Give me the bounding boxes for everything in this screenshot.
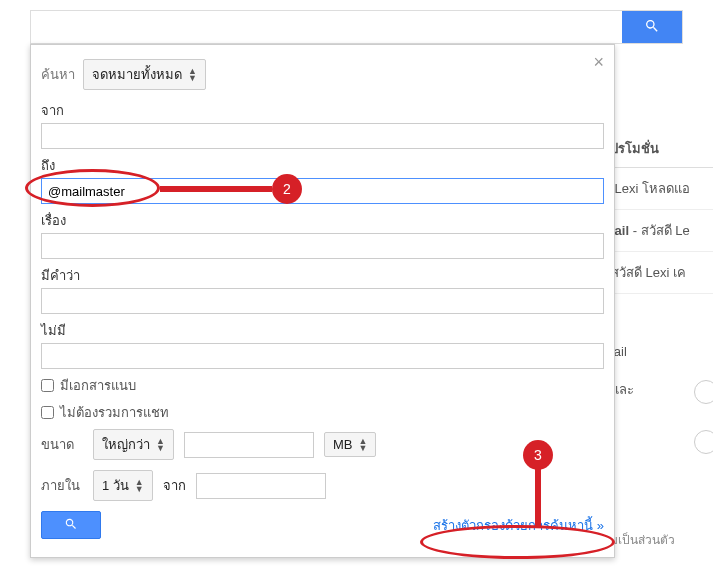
search-scope-value: จดหมายทั้งหมด (92, 64, 182, 85)
not-label: ไม่มี (41, 320, 604, 341)
not-input[interactable] (41, 343, 604, 369)
size-value-input[interactable] (184, 432, 314, 458)
exclude-chat-label: ไม่ต้องรวมการแชท (60, 402, 169, 423)
updown-icon: ▲▼ (135, 479, 144, 493)
subject-label: เรื่อง (41, 210, 604, 231)
advanced-search-panel: × ค้นหา จดหมายทั้งหมด ▲▼ จาก ถึง เรื่อง … (30, 44, 615, 558)
top-search-button[interactable] (622, 11, 682, 43)
search-icon (64, 517, 78, 534)
date-from-input[interactable] (196, 473, 326, 499)
search-button[interactable] (41, 511, 101, 539)
date-range-value: 1 วัน (102, 475, 129, 496)
date-from-label: จาก (163, 475, 186, 496)
has-attachment-label: มีเอกสารแนบ (60, 375, 136, 396)
size-unit-select[interactable]: MB ▲▼ (324, 432, 376, 457)
updown-icon: ▲▼ (156, 438, 165, 452)
search-scope-label: ค้นหา (41, 64, 75, 85)
from-label: จาก (41, 100, 604, 121)
size-unit-value: MB (333, 437, 353, 452)
has-words-label: มีคำว่า (41, 265, 604, 286)
updown-icon: ▲▼ (188, 68, 197, 82)
to-label: ถึง (41, 155, 604, 176)
size-label: ขนาด (41, 434, 83, 455)
size-operator-value: ใหญ่กว่า (102, 434, 150, 455)
search-icon (644, 18, 660, 37)
close-icon[interactable]: × (593, 53, 604, 71)
date-within-label: ภายใน (41, 475, 83, 496)
updown-icon: ▲▼ (358, 438, 367, 452)
date-range-select[interactable]: 1 วัน ▲▼ (93, 470, 153, 501)
search-scope-select[interactable]: จดหมายทั้งหมด ▲▼ (83, 59, 206, 90)
side-circle-icon[interactable] (694, 380, 713, 404)
create-filter-link[interactable]: สร้างตัวกรองด้วยการค้นหานี้ » (433, 515, 604, 536)
has-attachment-checkbox[interactable] (41, 379, 54, 392)
to-input[interactable] (41, 178, 604, 204)
subject-input[interactable] (41, 233, 604, 259)
has-words-input[interactable] (41, 288, 604, 314)
top-search-bar (30, 10, 683, 44)
top-search-input[interactable] (31, 11, 622, 43)
side-circle-icon[interactable] (694, 430, 713, 454)
exclude-chat-checkbox[interactable] (41, 406, 54, 419)
size-operator-select[interactable]: ใหญ่กว่า ▲▼ (93, 429, 174, 460)
from-input[interactable] (41, 123, 604, 149)
